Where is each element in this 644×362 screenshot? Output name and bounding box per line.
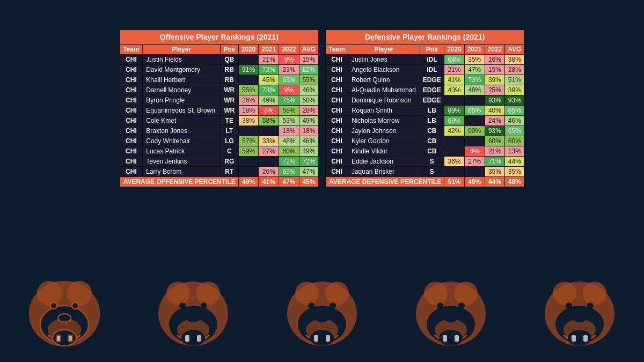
y2021-cell: 73% (259, 85, 279, 95)
y2020-cell (238, 167, 259, 177)
y2022-cell: 15% (485, 65, 505, 75)
table-row: CHIDarnell MooneyWR55%73%9%46% (120, 85, 318, 95)
y2022-cell: 24% (485, 116, 505, 126)
y2022-cell: 93% (485, 95, 505, 106)
svg-point-12 (166, 282, 190, 305)
table-row: CHIKyler GordonCB60%60% (325, 136, 524, 146)
player-cell: Cole Kmet (143, 116, 221, 126)
svg-point-49 (568, 330, 591, 346)
table-row: CHILarry BoromRT26%69%47% (120, 167, 318, 177)
y2022-cell: 48% (279, 136, 299, 146)
team-cell: CHI (325, 167, 348, 177)
player-cell: Eddie Jackson (348, 157, 420, 167)
y2020-cell (444, 146, 465, 157)
table-row: CHIDavid MontgomeryRB91%72%23%62% (120, 65, 318, 75)
svg-point-10 (58, 314, 71, 322)
table-row: CHINicholas MorrowLB69%24%46% (325, 116, 524, 126)
table-row: CHICody WhitehairLG57%33%48%46% (120, 136, 318, 146)
player-cell: Dominique Robinson (348, 95, 420, 106)
avg-cell: 38% (505, 55, 524, 65)
y2020-cell (444, 167, 465, 177)
team-cell: CHI (325, 116, 348, 126)
defensive-tbody: CHIJustin JonesiDL64%35%16%38%CHIAngelo … (325, 55, 524, 187)
bear-icon-4 (397, 255, 504, 362)
avg-cell: 65% (505, 126, 524, 136)
y2020-cell: 38% (238, 116, 259, 126)
team-cell: CHI (120, 157, 143, 167)
pos-cell: CB (420, 136, 444, 146)
avg-2021: 41% (259, 177, 279, 187)
y2022-cell: 40% (485, 106, 505, 116)
player-cell: Lucas Patrick (143, 146, 221, 157)
avg-cell: 60% (505, 136, 524, 146)
svg-point-54 (573, 314, 586, 322)
player-cell: Braxton Jones (143, 126, 221, 136)
table-row: CHIRobert QuinnEDGE41%73%39%51% (325, 75, 524, 85)
y2020-cell: 43% (444, 85, 465, 95)
table-row: CHIEddie JacksonS36%27%71%44% (325, 157, 524, 167)
svg-rect-50 (572, 335, 576, 342)
tables-container: Offensive Player Rankings (2021) Team Pl… (0, 0, 644, 193)
pos-cell: C (220, 146, 238, 157)
svg-rect-7 (68, 335, 72, 342)
player-cell: Al-Quadin Muhammad (348, 85, 420, 95)
player-cell: Robert Quinn (348, 75, 420, 85)
y2021-cell: 27% (259, 146, 279, 157)
svg-point-52 (566, 302, 572, 309)
y2020-cell: 57% (238, 136, 259, 146)
y2020-cell (238, 157, 259, 167)
y2022-cell: 93% (485, 126, 505, 136)
y2021-cell: 49% (259, 95, 279, 106)
svg-point-27 (310, 330, 334, 346)
player-cell: Jaquan Brisker (348, 167, 420, 177)
avg-cell: 49% (299, 146, 318, 157)
pos-cell: LB (420, 106, 444, 116)
table-row: CHIDominique RobinsonEDGE93%93% (325, 95, 524, 106)
pos-cell: iDL (420, 65, 444, 75)
y2022-cell: 60% (485, 136, 505, 146)
offensive-tbody: CHIJustin FieldsQB21%9%15%CHIDavid Montg… (120, 55, 318, 187)
y2022-cell: 75% (279, 95, 299, 106)
defensive-table-wrapper: Defensive Player Rankings (2021) Team Pl… (325, 29, 524, 187)
avg-avg: 48% (505, 177, 524, 187)
svg-point-16 (181, 330, 205, 346)
avg-cell: 28% (299, 106, 318, 116)
svg-rect-17 (185, 335, 189, 342)
y2021-cell: 27% (464, 157, 485, 167)
avg-cell: 49% (299, 116, 318, 126)
svg-rect-6 (56, 335, 61, 342)
y2021-cell: 58% (259, 116, 279, 126)
y2020-cell: 42% (444, 126, 465, 136)
svg-point-9 (72, 302, 78, 309)
player-cell: David Montgomery (143, 65, 221, 75)
defensive-title-row: Defensive Player Rankings (2021) (325, 30, 524, 45)
avg-row: AVERAGE OFFENSIVE PERCENTILE49%41%47%45% (120, 177, 318, 187)
y2022-cell: 65% (279, 75, 299, 85)
y2020-cell: 89% (444, 106, 465, 116)
team-cell: CHI (325, 146, 348, 157)
avg-cell: 46% (505, 116, 524, 126)
team-cell: CHI (120, 65, 143, 75)
player-cell: Equanimeous St. Brown (143, 106, 221, 116)
bear-icon-3 (268, 255, 376, 362)
y2022-cell: 23% (279, 65, 299, 75)
bear-icon-5 (526, 255, 633, 362)
y2020-cell: 91% (238, 65, 259, 75)
table-row: CHIAl-Quadin MuhammadEDGE43%48%25%39% (325, 85, 524, 95)
svg-point-30 (308, 302, 314, 309)
def-header-avg: AVG (505, 45, 524, 55)
y2021-cell: 4% (464, 146, 485, 157)
team-cell: CHI (325, 65, 348, 75)
pos-cell: EDGE (420, 95, 444, 106)
team-cell: CHI (120, 146, 143, 157)
def-header-player: Player (348, 45, 420, 55)
y2021-cell: 33% (259, 136, 279, 146)
avg-cell: 62% (299, 65, 318, 75)
y2021-cell: 48% (464, 85, 485, 95)
table-row: CHIJaylon JohnsonCB42%60%93%65% (325, 126, 524, 136)
offensive-header-row: Team Player Pos 2020 2021 2022 AVG (120, 45, 318, 55)
y2021-cell (464, 95, 485, 106)
table-row: CHIJustin FieldsQB21%9%15% (120, 55, 318, 65)
avg-cell: 51% (505, 75, 524, 85)
y2022-cell: 58% (279, 106, 299, 116)
